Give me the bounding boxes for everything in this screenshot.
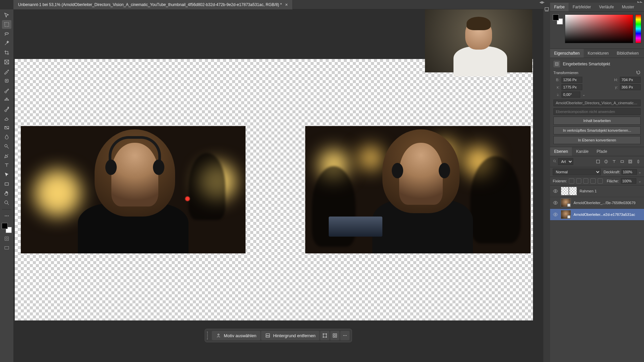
foreground-color-swatch[interactable] [2, 223, 8, 229]
layer-name[interactable]: ArnoldOberleiter_...f3e-7658fe030679 [574, 201, 641, 205]
height-input[interactable] [620, 77, 641, 83]
eyedropper-tool[interactable] [2, 67, 11, 76]
visibility-icon[interactable] [553, 188, 558, 194]
tab-channels[interactable]: Kanäle [572, 147, 592, 156]
width-input[interactable] [561, 77, 582, 83]
visibility-icon[interactable] [553, 200, 558, 205]
zoom-tool[interactable] [2, 198, 11, 207]
layer-row[interactable]: ArnoldOberleiter...e2d-e17873a531ac [550, 209, 644, 221]
svg-point-29 [346, 335, 347, 336]
convert-linked-button[interactable]: In verknüpftes Smartobjekt konvertieren.… [553, 126, 641, 134]
angle-input[interactable] [561, 92, 580, 98]
eraser-tool[interactable] [2, 114, 11, 123]
fill-input[interactable] [621, 178, 636, 184]
convert-layers-button[interactable]: In Ebenen konvertieren [553, 136, 641, 144]
filter-shape-icon[interactable] [619, 159, 625, 165]
reset-transform-icon[interactable] [636, 70, 641, 75]
y-input[interactable] [620, 84, 641, 90]
frame-tool[interactable] [2, 58, 11, 66]
path-select-tool[interactable] [2, 170, 11, 179]
svg-point-12 [5, 216, 5, 216]
contextual-taskbar[interactable]: Motiv auswählen Hintergrund entfernen [205, 329, 352, 342]
history-brush-tool[interactable] [2, 105, 11, 113]
tab-paths[interactable]: Pfade [593, 147, 611, 156]
tab-libraries[interactable]: Bibliotheken [613, 49, 643, 58]
blend-mode-select[interactable]: Normal [553, 169, 601, 175]
select-subject-button[interactable]: Motiv auswählen [212, 331, 260, 340]
layer-thumbnail[interactable] [561, 187, 569, 195]
layer-name[interactable]: ArnoldOberleiter...e2d-e17873a531ac [574, 213, 641, 217]
fill-dropdown-icon[interactable]: ⌄ [638, 179, 641, 183]
gradient-tool[interactable] [2, 123, 11, 132]
svg-rect-25 [333, 334, 337, 338]
filter-toggle-icon[interactable] [635, 159, 641, 165]
smartobject-icon [553, 61, 560, 67]
edit-contents-button[interactable]: Inhalt bearbeiten [553, 117, 641, 125]
tab-color[interactable]: Farbe [550, 3, 569, 11]
foreground-background-swatch[interactable] [2, 223, 12, 233]
color-panel-swatch[interactable] [553, 14, 563, 24]
layer-thumbnail[interactable] [561, 198, 571, 207]
more-icon[interactable] [340, 331, 350, 340]
layer-filter-kind[interactable]: Art [558, 158, 573, 165]
layer-thumbnail[interactable] [561, 210, 571, 219]
tab-swatches[interactable]: Farbfelder [569, 3, 595, 11]
placed-image-right[interactable] [305, 126, 531, 253]
tab-gradients[interactable]: Verläufe [595, 3, 618, 11]
lasso-tool[interactable] [2, 29, 11, 38]
dodge-tool[interactable] [2, 142, 11, 151]
layer-row[interactable]: Rahmen 1 [550, 185, 644, 197]
color-hue-slider[interactable] [635, 14, 641, 43]
document-tab[interactable]: Unbenannt-1 bei 53,1% (ArnoldOberleiter_… [13, 0, 293, 9]
rectangle-tool[interactable] [2, 180, 11, 188]
blur-tool[interactable] [2, 133, 11, 141]
lock-position-icon[interactable] [583, 178, 588, 184]
document-canvas[interactable] [15, 59, 533, 320]
tab-patterns[interactable]: Muster [618, 3, 638, 11]
type-tool[interactable] [2, 161, 11, 170]
tab-adjustments[interactable]: Korrekturen [584, 49, 613, 58]
layer-row[interactable]: ArnoldOberleiter_...f3e-7658fe030679 [550, 197, 644, 209]
layers-panel-tabs: Ebenen Kanäle Pfade [550, 147, 644, 156]
clone-stamp-tool[interactable] [2, 95, 11, 104]
layer-name[interactable]: Rahmen 1 [580, 189, 641, 193]
visibility-icon[interactable] [553, 212, 558, 217]
remove-background-label: Hintergrund entfernen [273, 333, 315, 338]
filter-adjust-icon[interactable] [603, 159, 609, 165]
edit-toolbar-button[interactable] [2, 212, 11, 220]
opacity-input[interactable] [622, 169, 637, 175]
magic-wand-tool[interactable] [2, 39, 11, 48]
lock-transparent-icon[interactable] [569, 178, 574, 184]
remove-background-button[interactable]: Hintergrund entfernen [261, 331, 319, 340]
placed-image-left[interactable] [21, 126, 246, 253]
marquee-tool[interactable] [2, 20, 11, 29]
canvas-area[interactable]: Motiv auswählen Hintergrund entfernen [13, 9, 543, 362]
mask-icon[interactable] [330, 331, 340, 340]
brush-tool[interactable] [2, 86, 11, 95]
angle-dropdown-icon[interactable]: ⌄ [582, 93, 585, 97]
layer-mask-thumbnail[interactable] [569, 187, 577, 195]
filter-type-icon[interactable] [611, 159, 617, 165]
collapsed-panel-icon[interactable] [544, 7, 549, 13]
taskbar-grip[interactable] [207, 331, 209, 340]
screenmode-toggle[interactable] [4, 244, 9, 252]
x-input[interactable] [561, 84, 582, 90]
hand-tool[interactable] [2, 189, 11, 198]
healing-brush-tool[interactable] [2, 76, 11, 85]
filter-pixel-icon[interactable] [595, 159, 601, 165]
height-label: H: [612, 78, 618, 82]
lock-nesting-icon[interactable] [590, 178, 595, 184]
tab-properties[interactable]: Eigenschaften [550, 49, 584, 58]
lock-all-icon[interactable] [598, 178, 603, 184]
transform-icon[interactable] [320, 331, 330, 340]
opacity-dropdown-icon[interactable]: ⌄ [638, 170, 641, 174]
close-tab-icon[interactable]: × [285, 2, 288, 7]
pen-tool[interactable] [2, 152, 11, 160]
crop-tool[interactable] [2, 48, 11, 57]
filter-smart-icon[interactable] [627, 159, 633, 165]
tab-layers[interactable]: Ebenen [550, 147, 572, 156]
color-saturation-field[interactable] [565, 14, 633, 43]
lock-pixels-icon[interactable] [576, 178, 581, 184]
move-tool[interactable] [2, 11, 11, 19]
quickmask-toggle[interactable] [4, 235, 9, 242]
